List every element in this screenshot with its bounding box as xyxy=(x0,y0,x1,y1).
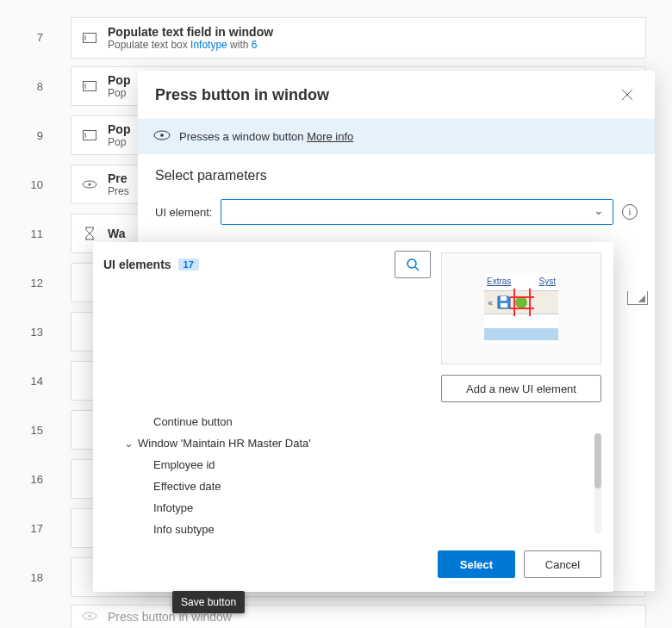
svg-point-11 xyxy=(160,134,164,137)
action-card[interactable]: Press button in window xyxy=(71,605,646,627)
add-ui-element-button[interactable]: Add a new UI element xyxy=(441,375,601,402)
svg-point-7 xyxy=(89,183,91,186)
close-button[interactable] xyxy=(617,84,638,105)
info-bar: Presses a window button More info xyxy=(138,119,655,154)
tree-group-label: Window 'Maintain HR Master Data' xyxy=(138,437,311,450)
tree-item[interactable]: Employee id xyxy=(112,454,593,476)
ok-icon xyxy=(515,296,527,308)
svg-line-13 xyxy=(415,267,419,270)
step-number: 12 xyxy=(0,277,43,289)
action-text: Pre Pres xyxy=(108,171,129,197)
tree-item[interactable]: Infotype xyxy=(112,497,593,519)
step-number: 18 xyxy=(0,571,43,584)
press-button-icon xyxy=(82,177,97,192)
params-heading: Select parameters xyxy=(155,168,638,183)
step-number: 14 xyxy=(0,375,43,388)
step-number: 13 xyxy=(0,326,43,339)
action-card[interactable]: Populate text field in window Populate t… xyxy=(71,17,646,59)
tree-item[interactable]: Effective date xyxy=(112,476,593,497)
svg-point-9 xyxy=(89,614,91,617)
svg-rect-15 xyxy=(501,303,507,308)
chevron-down-icon: ⌄ xyxy=(124,437,133,450)
ui-element-label: UI element: xyxy=(155,206,212,219)
tree-item[interactable]: Continue button xyxy=(112,411,593,432)
picker-heading: UI elements 17 xyxy=(103,258,199,271)
scrollbar[interactable] xyxy=(594,433,601,533)
action-subtitle: Populate text box Infotype with 6 xyxy=(108,39,273,51)
step-number: 10 xyxy=(0,178,43,191)
resize-grip[interactable] xyxy=(627,291,648,305)
ui-element-row: UI element: i xyxy=(155,199,638,225)
picker-top: UI elements 17 ExtrasSyst « xyxy=(93,242,613,407)
svg-point-12 xyxy=(408,259,416,268)
press-button-icon xyxy=(82,610,97,624)
action-text: Pop Pop xyxy=(108,73,130,99)
info-icon[interactable]: i xyxy=(622,204,638,220)
svg-rect-14 xyxy=(501,296,507,301)
action-text: Populate text field in window Populate t… xyxy=(108,25,273,51)
params-section: Select parameters UI element: i xyxy=(138,154,655,233)
info-text: Presses a window button More info xyxy=(179,130,353,143)
ui-element-select[interactable] xyxy=(221,199,613,225)
tooltip: Save button xyxy=(172,591,245,613)
element-preview: ExtrasSyst « xyxy=(441,252,601,364)
press-button-icon xyxy=(153,129,171,144)
textfield-icon xyxy=(82,78,97,94)
step-number: 7 xyxy=(0,31,43,44)
dialog-title: Press button in window xyxy=(155,86,329,104)
chevron-left-icon: « xyxy=(488,297,493,308)
picker-footer: Select Cancel xyxy=(93,538,613,592)
more-info-link[interactable]: More info xyxy=(307,130,353,143)
tree-group[interactable]: ⌄Window 'Maintain HR Master Data' xyxy=(112,432,593,454)
action-text: Pop Pop xyxy=(108,122,130,148)
ui-element-picker: UI elements 17 ExtrasSyst « xyxy=(93,242,613,592)
ui-element-tree: Continue button⌄Window 'Maintain HR Mast… xyxy=(107,407,594,538)
tree-item[interactable]: Info subtype xyxy=(112,519,593,538)
step-number: 16 xyxy=(0,473,43,486)
element-count-badge: 17 xyxy=(178,258,199,270)
step-number: 9 xyxy=(0,129,43,142)
action-title: Populate text field in window xyxy=(108,25,273,39)
textfield-icon xyxy=(82,127,97,143)
step-number: 17 xyxy=(0,522,43,535)
step-number: 11 xyxy=(0,227,43,240)
search-button[interactable] xyxy=(395,251,431,278)
cancel-button[interactable]: Cancel xyxy=(524,550,601,578)
select-button[interactable]: Select xyxy=(438,550,515,578)
step-number: 8 xyxy=(0,80,43,93)
textfield-icon xyxy=(82,30,97,46)
dialog-header: Press button in window xyxy=(138,71,655,119)
step-number: 15 xyxy=(0,424,43,437)
wait-icon xyxy=(82,226,97,241)
action-text: Wa xyxy=(108,227,125,240)
